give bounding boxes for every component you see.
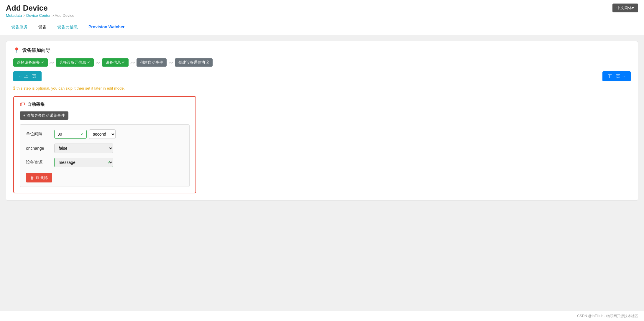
page-title: Add Device bbox=[6, 4, 74, 13]
interval-controls: ✓ second minute hour bbox=[54, 129, 116, 139]
footer-text: CSDN @IoTHub · 物联网开源技术社区 bbox=[577, 314, 638, 318]
top-bar: Add Device Metadata > Device Center > Ad… bbox=[0, 0, 644, 20]
tab-device-meta[interactable]: 设备元信息 bbox=[52, 20, 83, 35]
resource-controls: message ✓ bbox=[54, 158, 113, 167]
step-1: 选择设备服务 ✓ bbox=[13, 58, 48, 67]
onchange-row: onchange false true bbox=[26, 144, 183, 153]
step-5: 创建设备通信协议 bbox=[175, 58, 213, 67]
tab-device[interactable]: 设备 bbox=[33, 20, 52, 35]
onchange-select[interactable]: false true bbox=[54, 144, 113, 153]
wizard-header-label: 设备添加向导 bbox=[22, 47, 50, 54]
hint-text: this step is optional, you can skip it t… bbox=[17, 86, 125, 90]
delete-icon: 🗑 bbox=[30, 176, 34, 180]
hint-icon: ℹ bbox=[13, 85, 15, 91]
footer-bar: CSDN @IoTHub · 物联网开源技术社区 bbox=[0, 311, 644, 318]
title-area: Add Device Metadata > Device Center > Ad… bbox=[6, 4, 74, 18]
tab-provision-watcher[interactable]: Provision Watcher bbox=[83, 20, 130, 35]
tabs-bar: 设备服务 设备 设备元信息 Provision Watcher bbox=[0, 20, 644, 35]
onchange-label: onchange bbox=[26, 146, 50, 151]
delete-button[interactable]: 🗑 🗑 删除 bbox=[26, 173, 52, 182]
tag-icon: 🏷 bbox=[20, 101, 25, 107]
wizard-header: 📍 设备添加向导 bbox=[13, 47, 631, 54]
delete-label: 🗑 删除 bbox=[35, 175, 48, 180]
interval-unit-select[interactable]: second minute hour bbox=[89, 129, 116, 139]
step-4: 创建自动事件 bbox=[137, 58, 167, 67]
form-area: 单位间隔 ✓ second minute hour bbox=[20, 124, 190, 187]
wizard-card: 📍 设备添加向导 选择设备服务 ✓ >> 选择设备元信息 ✓ >> 设备信息 ✓… bbox=[6, 41, 638, 201]
interval-input[interactable] bbox=[54, 130, 87, 139]
interval-input-wrapper: ✓ bbox=[54, 130, 87, 139]
tab-device-service[interactable]: 设备服务 bbox=[6, 20, 33, 35]
auto-collect-section: 🏷 自动采集 + 添加更多自动采集事件 单位间隔 ✓ second bbox=[13, 96, 196, 193]
resource-select[interactable]: message bbox=[54, 158, 113, 167]
next-button[interactable]: 下一页 → bbox=[602, 71, 631, 81]
steps-row: 选择设备服务 ✓ >> 选择设备元信息 ✓ >> 设备信息 ✓ >> 创建自动事… bbox=[13, 58, 631, 67]
onchange-controls: false true bbox=[54, 144, 113, 153]
interval-label: 单位间隔 bbox=[26, 131, 50, 137]
wizard-icon: 📍 bbox=[13, 47, 20, 54]
main-content: 📍 设备添加向导 选择设备服务 ✓ >> 选择设备元信息 ✓ >> 设备信息 ✓… bbox=[0, 35, 644, 318]
breadcrumb: Metadata > Device Center > Add Device bbox=[6, 13, 74, 18]
nav-buttons: ← 上一页 下一页 → bbox=[13, 71, 631, 81]
prev-button[interactable]: ← 上一页 bbox=[13, 71, 42, 81]
optional-hint: ℹ this step is optional, you can skip it… bbox=[13, 85, 631, 91]
step-3: 设备信息 ✓ bbox=[102, 58, 129, 67]
interval-row: 单位间隔 ✓ second minute hour bbox=[26, 129, 183, 139]
resource-input-wrapper: message ✓ bbox=[54, 158, 113, 167]
breadcrumb-device-center[interactable]: Device Center bbox=[26, 13, 50, 18]
section-title: 🏷 自动采集 bbox=[20, 101, 190, 107]
breadcrumb-metadata[interactable]: Metadata bbox=[6, 13, 22, 18]
section-title-text: 自动采集 bbox=[27, 102, 45, 107]
step-2: 选择设备元信息 ✓ bbox=[56, 58, 94, 67]
resource-row: 设备资源 message ✓ bbox=[26, 158, 183, 167]
lang-button[interactable]: 中文简体▾ bbox=[612, 4, 638, 12]
resource-label: 设备资源 bbox=[26, 160, 50, 165]
add-event-button[interactable]: + 添加更多自动采集事件 bbox=[20, 111, 68, 120]
